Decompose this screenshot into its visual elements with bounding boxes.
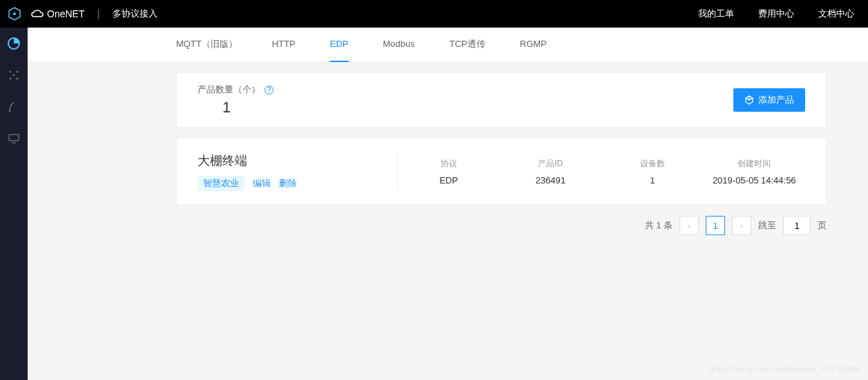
nav-billing[interactable]: 费用中心 — [758, 8, 794, 20]
tab-http[interactable]: HTTP — [272, 28, 296, 62]
svg-point-5 — [10, 78, 12, 80]
protocol-tabs: MQTT（旧版） HTTP EDP Modbus TCP透传 RGMP — [28, 28, 868, 62]
svg-point-1 — [13, 12, 16, 15]
meta-label: 协议 — [398, 158, 500, 170]
brand-text: OneNET — [47, 8, 84, 19]
sidebar — [0, 28, 28, 380]
svg-point-6 — [17, 78, 19, 80]
prev-page-button[interactable]: ‹ — [679, 216, 699, 235]
sidebar-dashboard-icon[interactable] — [6, 36, 21, 51]
stats-card: 产品数量（个） ? 1 添加产品 — [176, 72, 827, 128]
jump-label: 跳至 — [758, 219, 776, 232]
main-content: MQTT（旧版） HTTP EDP Modbus TCP透传 RGMP 产品数量… — [28, 28, 868, 380]
total-count: 共 1 条 — [645, 219, 673, 232]
meta-productid: 产品ID 236491 — [500, 158, 602, 186]
jump-input[interactable] — [783, 216, 811, 235]
brand-logo[interactable]: OneNET — [30, 8, 84, 19]
sidebar-nodes-icon[interactable] — [6, 68, 21, 83]
meta-label: 设备数 — [601, 158, 704, 170]
stats-label: 产品数量（个） — [197, 83, 260, 96]
meta-value: 2019-05-05 14:44:56 — [704, 175, 806, 186]
meta-created: 创建时间 2019-05-05 14:44:56 — [704, 158, 806, 186]
topbar-right: 我的工单 费用中心 文档中心 — [698, 8, 854, 20]
sidebar-monitor-icon[interactable] — [6, 131, 21, 146]
nav-workorder[interactable]: 我的工单 — [698, 8, 734, 20]
page-title: 多协议接入 — [113, 8, 157, 20]
tab-mqtt[interactable]: MQTT（旧版） — [176, 28, 238, 62]
meta-label: 产品ID — [500, 158, 602, 170]
add-product-label: 添加产品 — [758, 94, 794, 106]
topbar: OneNET | 多协议接入 我的工单 费用中心 文档中心 — [0, 0, 868, 28]
product-card: 大棚终端 智慧农业 编辑 删除 协议 EDP 产品ID 236491 — [176, 138, 827, 206]
tab-tcp[interactable]: TCP透传 — [450, 28, 485, 62]
stats-value: 1 — [197, 99, 273, 117]
page-number[interactable]: 1 — [706, 216, 725, 235]
svg-rect-9 — [9, 134, 19, 141]
help-icon[interactable]: ? — [264, 86, 273, 94]
topbar-left: OneNET | 多协议接入 — [7, 6, 157, 21]
meta-devices: 设备数 1 — [601, 158, 704, 186]
add-product-button[interactable]: 添加产品 — [733, 88, 805, 112]
tab-rgmp[interactable]: RGMP — [520, 28, 547, 62]
next-page-button[interactable]: › — [732, 216, 751, 235]
svg-point-7 — [13, 74, 15, 77]
meta-value: 236491 — [500, 175, 602, 186]
svg-point-8 — [9, 110, 11, 112]
delete-link[interactable]: 删除 — [279, 177, 297, 190]
meta-protocol: 协议 EDP — [398, 158, 500, 186]
product-name[interactable]: 大棚终端 — [197, 152, 383, 169]
pagination: 共 1 条 ‹ 1 › 跳至 页 — [176, 206, 827, 246]
product-tag: 智慧农业 — [197, 176, 244, 191]
meta-value: 1 — [601, 175, 704, 186]
meta-label: 创建时间 — [704, 158, 806, 170]
edit-link[interactable]: 编辑 — [253, 177, 271, 190]
nav-docs[interactable]: 文档中心 — [818, 8, 854, 20]
tab-modbus[interactable]: Modbus — [383, 28, 415, 62]
sidebar-signal-icon[interactable] — [6, 99, 21, 114]
watermark: https://blog.csdn.net/weixin_42730396 — [708, 364, 861, 374]
cube-icon — [744, 95, 754, 105]
logo-hex-icon[interactable] — [7, 6, 22, 21]
svg-point-4 — [17, 71, 19, 73]
tab-edp[interactable]: EDP — [330, 28, 349, 62]
svg-point-3 — [10, 71, 12, 73]
divider: | — [97, 8, 99, 20]
meta-value: EDP — [398, 175, 500, 186]
page-suffix: 页 — [818, 219, 827, 232]
